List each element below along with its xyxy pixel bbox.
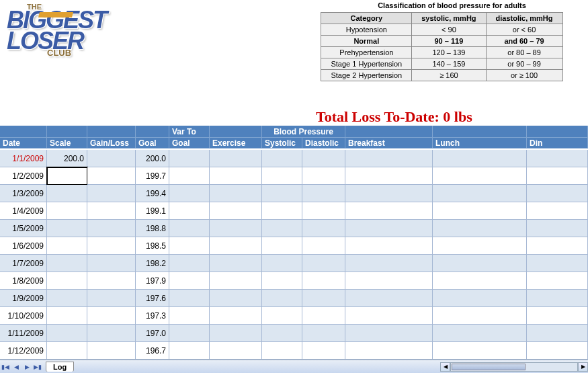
dinner-cell[interactable] xyxy=(527,255,588,272)
var-cell[interactable] xyxy=(169,290,210,307)
gainloss-cell[interactable] xyxy=(87,185,136,202)
date-cell[interactable]: 1/9/2009 xyxy=(0,290,47,307)
exercise-cell[interactable] xyxy=(210,237,262,255)
lunch-cell[interactable] xyxy=(433,307,527,325)
scale-cell[interactable] xyxy=(47,237,87,255)
date-cell[interactable]: 1/8/2009 xyxy=(0,272,47,290)
horizontal-scrollbar[interactable]: ◀ ▶ xyxy=(440,362,588,372)
tab-nav-first-icon[interactable]: ▮◀ xyxy=(0,362,11,372)
goal-cell[interactable]: 200.0 xyxy=(136,150,169,167)
lunch-cell[interactable] xyxy=(433,290,527,307)
goal-cell[interactable]: 196.7 xyxy=(136,342,169,360)
diastolic-cell[interactable] xyxy=(302,150,345,167)
scale-cell[interactable]: 200.0 xyxy=(47,150,87,167)
var-cell[interactable] xyxy=(169,167,210,185)
dinner-cell[interactable] xyxy=(527,307,588,325)
dinner-cell[interactable] xyxy=(527,272,588,290)
var-cell[interactable] xyxy=(169,185,210,202)
tab-nav-next-icon[interactable]: ▶ xyxy=(22,362,32,372)
goal-cell[interactable]: 198.8 xyxy=(136,220,169,237)
lunch-cell[interactable] xyxy=(433,150,527,167)
var-cell[interactable] xyxy=(169,307,210,325)
scale-cell[interactable] xyxy=(47,202,87,220)
systolic-cell[interactable] xyxy=(262,290,302,307)
table-row[interactable]: 1/9/2009197.6 xyxy=(0,290,588,307)
date-cell[interactable]: 1/1/2009 xyxy=(0,150,47,167)
scroll-track[interactable] xyxy=(450,362,578,372)
tab-nav-last-icon[interactable]: ▶▮ xyxy=(32,362,43,372)
lunch-cell[interactable] xyxy=(433,325,527,342)
dinner-cell[interactable] xyxy=(527,185,588,202)
scale-cell[interactable] xyxy=(47,272,87,290)
breakfast-cell[interactable] xyxy=(345,220,433,237)
diastolic-cell[interactable] xyxy=(302,237,345,255)
diastolic-cell[interactable] xyxy=(302,167,345,185)
exercise-cell[interactable] xyxy=(210,202,262,220)
diastolic-cell[interactable] xyxy=(302,342,345,360)
breakfast-cell[interactable] xyxy=(345,150,433,167)
dinner-cell[interactable] xyxy=(527,237,588,255)
systolic-cell[interactable] xyxy=(262,255,302,272)
goal-cell[interactable]: 197.0 xyxy=(136,325,169,342)
dinner-cell[interactable] xyxy=(527,220,588,237)
systolic-cell[interactable] xyxy=(262,150,302,167)
table-row[interactable]: 1/3/2009199.4 xyxy=(0,185,588,202)
lunch-cell[interactable] xyxy=(433,167,527,185)
var-cell[interactable] xyxy=(169,272,210,290)
diastolic-cell[interactable] xyxy=(302,307,345,325)
dinner-cell[interactable] xyxy=(527,325,588,342)
table-row[interactable]: 1/4/2009199.1 xyxy=(0,202,588,220)
goal-cell[interactable]: 197.6 xyxy=(136,290,169,307)
breakfast-cell[interactable] xyxy=(345,342,433,360)
gainloss-cell[interactable] xyxy=(87,167,136,185)
data-grid[interactable]: 1/1/2009200.0200.01/2/2009199.71/3/20091… xyxy=(0,150,588,373)
table-row[interactable]: 1/10/2009197.3 xyxy=(0,307,588,325)
gainloss-cell[interactable] xyxy=(87,202,136,220)
systolic-cell[interactable] xyxy=(262,185,302,202)
dinner-cell[interactable] xyxy=(527,290,588,307)
gainloss-cell[interactable] xyxy=(87,307,136,325)
lunch-cell[interactable] xyxy=(433,202,527,220)
systolic-cell[interactable] xyxy=(262,167,302,185)
goal-cell[interactable]: 197.3 xyxy=(136,307,169,325)
var-cell[interactable] xyxy=(169,220,210,237)
diastolic-cell[interactable] xyxy=(302,325,345,342)
scale-cell[interactable] xyxy=(47,342,87,360)
exercise-cell[interactable] xyxy=(210,342,262,360)
exercise-cell[interactable] xyxy=(210,272,262,290)
breakfast-cell[interactable] xyxy=(345,255,433,272)
scale-cell[interactable] xyxy=(47,290,87,307)
exercise-cell[interactable] xyxy=(210,220,262,237)
scale-cell[interactable] xyxy=(47,185,87,202)
scroll-right-icon[interactable]: ▶ xyxy=(578,362,588,372)
var-cell[interactable] xyxy=(169,150,210,167)
date-cell[interactable]: 1/11/2009 xyxy=(0,325,47,342)
exercise-cell[interactable] xyxy=(210,150,262,167)
goal-cell[interactable]: 198.5 xyxy=(136,237,169,255)
gainloss-cell[interactable] xyxy=(87,325,136,342)
systolic-cell[interactable] xyxy=(262,272,302,290)
date-cell[interactable]: 1/2/2009 xyxy=(0,167,47,185)
exercise-cell[interactable] xyxy=(210,185,262,202)
diastolic-cell[interactable] xyxy=(302,185,345,202)
lunch-cell[interactable] xyxy=(433,220,527,237)
diastolic-cell[interactable] xyxy=(302,290,345,307)
dinner-cell[interactable] xyxy=(527,150,588,167)
gainloss-cell[interactable] xyxy=(87,290,136,307)
lunch-cell[interactable] xyxy=(433,237,527,255)
goal-cell[interactable]: 199.4 xyxy=(136,185,169,202)
tab-nav-prev-icon[interactable]: ◀ xyxy=(11,362,22,372)
breakfast-cell[interactable] xyxy=(345,272,433,290)
systolic-cell[interactable] xyxy=(262,325,302,342)
date-cell[interactable]: 1/6/2009 xyxy=(0,237,47,255)
goal-cell[interactable]: 199.7 xyxy=(136,167,169,185)
breakfast-cell[interactable] xyxy=(345,307,433,325)
var-cell[interactable] xyxy=(169,202,210,220)
systolic-cell[interactable] xyxy=(262,342,302,360)
goal-cell[interactable]: 198.2 xyxy=(136,255,169,272)
lunch-cell[interactable] xyxy=(433,185,527,202)
table-row[interactable]: 1/2/2009199.7 xyxy=(0,167,588,185)
diastolic-cell[interactable] xyxy=(302,255,345,272)
exercise-cell[interactable] xyxy=(210,325,262,342)
breakfast-cell[interactable] xyxy=(345,290,433,307)
